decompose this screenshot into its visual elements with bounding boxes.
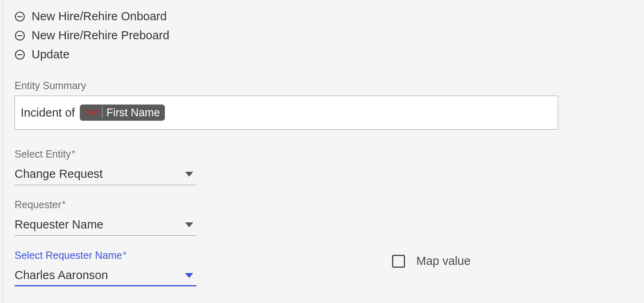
list-item-label: New Hire/Rehire Preboard xyxy=(32,29,169,42)
list-item[interactable]: New Hire/Rehire Preboard xyxy=(15,29,644,42)
chevron-down-icon xyxy=(185,172,193,177)
requester-label-text: Requester xyxy=(15,199,61,210)
list-item[interactable]: Update xyxy=(15,48,644,61)
select-requester-name-label-text: Select Requester Name xyxy=(15,250,122,261)
requester-label: Requester* xyxy=(15,199,644,211)
select-entity-dropdown[interactable]: Change Request xyxy=(15,164,196,185)
requester-dropdown[interactable]: Requester Name xyxy=(15,215,196,236)
adp-logo-icon: ADP xyxy=(83,109,99,116)
remove-circle-icon[interactable] xyxy=(15,30,25,41)
requester-value: Requester Name xyxy=(15,218,103,231)
chevron-down-icon xyxy=(185,273,193,278)
select-entity-label: Select Entity* xyxy=(15,148,644,160)
remove-circle-icon[interactable] xyxy=(15,49,25,60)
required-star: * xyxy=(123,250,126,260)
select-requester-name-dropdown[interactable]: Charles Aaronson xyxy=(15,265,196,286)
required-star: * xyxy=(72,148,75,158)
map-value-row: Map value xyxy=(392,254,471,268)
select-entity-label-text: Select Entity xyxy=(15,148,71,160)
map-value-label: Map value xyxy=(416,254,471,268)
chip-field-name: First Name xyxy=(107,107,160,118)
config-panel: New Hire/Rehire Onboard New Hire/Rehire … xyxy=(2,0,644,303)
select-requester-name-value: Charles Aaronson xyxy=(15,269,108,282)
field-chip[interactable]: ADP First Name xyxy=(80,105,165,121)
map-value-checkbox[interactable] xyxy=(392,255,405,268)
entity-summary-input[interactable]: Incident of ADP First Name xyxy=(15,96,558,130)
chip-divider xyxy=(102,107,102,118)
select-requester-name-label: Select Requester Name* xyxy=(15,250,644,261)
entity-summary-label: Entity Summary xyxy=(15,80,644,92)
list-item[interactable]: New Hire/Rehire Onboard xyxy=(15,10,644,23)
chevron-down-icon xyxy=(185,222,193,227)
list-item-label: New Hire/Rehire Onboard xyxy=(32,10,167,23)
required-star: * xyxy=(62,199,66,209)
entity-summary-prefix: Incident of xyxy=(21,106,75,119)
select-entity-value: Change Request xyxy=(15,167,103,181)
list-item-label: Update xyxy=(32,48,70,61)
remove-circle-icon[interactable] xyxy=(15,11,25,22)
